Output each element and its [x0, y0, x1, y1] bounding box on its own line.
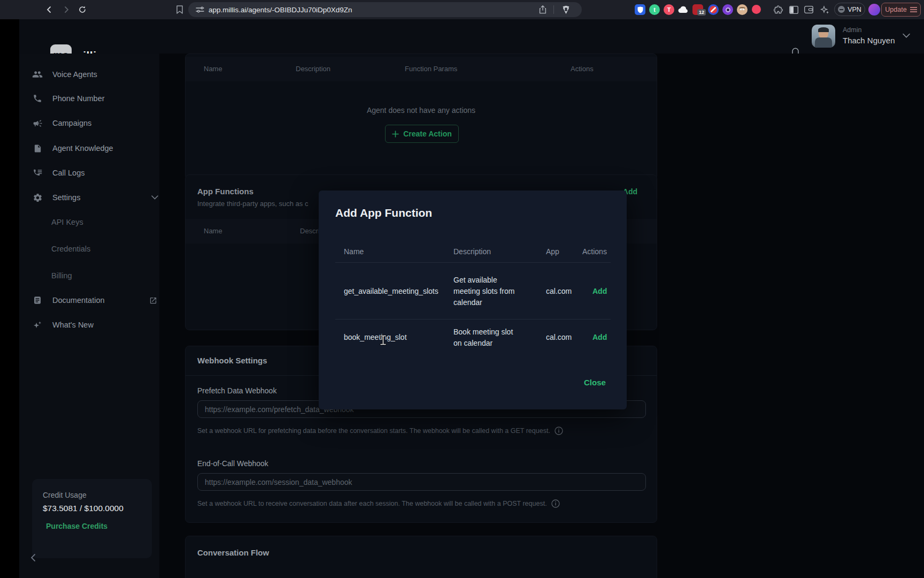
- app-header: ms millis: [19, 19, 924, 54]
- external-link-icon: [149, 296, 157, 305]
- sidebar-item-call-logs[interactable]: Call Logs: [32, 162, 155, 184]
- share-icon[interactable]: [539, 5, 546, 14]
- extensions-puzzle-icon[interactable]: [773, 4, 783, 15]
- extension-badge-count: 12: [697, 9, 706, 16]
- function-app-cell: cal.com: [546, 333, 572, 341]
- conversation-flow-card: Conversation Flow: [185, 536, 657, 578]
- column-header: Name: [204, 65, 222, 73]
- screen: app.millis.ai/agents/-OBIBDJJu70iDp0Xd9Z…: [0, 0, 924, 578]
- cloud-extension-icon[interactable]: [678, 4, 689, 15]
- end-call-webhook-label: End-of-Call Webhook: [197, 459, 268, 468]
- green-t-extension-icon[interactable]: t: [649, 4, 660, 15]
- prefetch-webhook-help: Set a webhook URL for prefetching data b…: [197, 427, 563, 435]
- vpn-label: VPN: [848, 6, 861, 13]
- wallet-icon[interactable]: [803, 4, 814, 15]
- create-action-button[interactable]: Create Action: [385, 125, 459, 143]
- sidebar-item-settings[interactable]: Settings: [32, 187, 155, 208]
- blocker-extension-icon[interactable]: [708, 4, 719, 15]
- vpn-button[interactable]: VPN: [834, 3, 865, 16]
- empty-actions-text: Agent does not have any actions: [186, 106, 657, 115]
- users-icon: [32, 69, 43, 80]
- sidebar-item-credentials[interactable]: Credentials: [32, 238, 155, 260]
- add-function-button[interactable]: Add: [592, 333, 607, 341]
- phone-icon: [32, 93, 43, 104]
- function-app-cell: cal.com: [546, 287, 572, 295]
- column-header: Name: [204, 227, 222, 235]
- close-modal-button[interactable]: Close: [584, 378, 606, 387]
- sidebar-item-label: Voice Agents: [52, 70, 97, 79]
- webhook-settings-title: Webhook Settings: [197, 356, 267, 365]
- modal-column-header: Actions: [582, 247, 607, 256]
- create-action-label: Create Action: [403, 130, 452, 138]
- function-name-cell: get_available_meeting_slots: [344, 287, 438, 295]
- back-icon[interactable]: [43, 3, 56, 16]
- column-header: Function Params: [405, 65, 457, 73]
- sidebar-item-api-keys[interactable]: API Keys: [32, 211, 155, 233]
- mouse-cursor-ibeam: [380, 335, 387, 345]
- vpn-icon: [838, 6, 845, 13]
- sidebar-item-campaigns[interactable]: Campaigns: [32, 112, 155, 134]
- sidebar-collapse-icon[interactable]: [30, 553, 36, 562]
- user-menu-chevron-icon[interactable]: [903, 33, 910, 38]
- menu-icon: [910, 7, 917, 12]
- user-name: Thach Nguyen: [843, 36, 895, 45]
- function-description-cell: Book meeting slot on calendar: [453, 326, 522, 349]
- add-function-button[interactable]: Add: [592, 287, 607, 295]
- plus-icon: [392, 131, 399, 138]
- url-text: app.millis.ai/agents/-OBIBDJJu70iDp0Xd9Z…: [209, 6, 352, 14]
- phone-list-icon: [32, 168, 43, 178]
- sidebar-item-label: API Keys: [51, 218, 83, 226]
- update-label: Update: [885, 6, 906, 13]
- purple-ring-extension-icon[interactable]: [722, 4, 733, 15]
- brave-shield-icon[interactable]: [562, 5, 570, 14]
- sidebar-item-documentation[interactable]: Documentation: [32, 290, 155, 311]
- sidebar-panel-icon[interactable]: [788, 4, 799, 15]
- password-manager-extension-icon[interactable]: [635, 4, 645, 15]
- red-t-extension-icon[interactable]: T: [664, 4, 674, 15]
- gear-icon: [32, 192, 43, 203]
- modal-column-header: Name: [344, 247, 364, 256]
- document-icon: [32, 143, 43, 154]
- modal-column-header: Description: [453, 247, 491, 256]
- conversation-flow-title: Conversation Flow: [197, 548, 269, 557]
- sidebar-item-label: Agent Knowledge: [52, 144, 113, 153]
- divider: [335, 262, 611, 263]
- site-settings-icon[interactable]: [196, 6, 204, 13]
- bookmark-icon[interactable]: [173, 3, 186, 16]
- sidebar-item-agent-knowledge[interactable]: Agent Knowledge: [32, 138, 155, 159]
- agent-actions-card: Name Description Function Params Actions…: [185, 54, 657, 180]
- url-bar[interactable]: app.millis.ai/agents/-OBIBDJJu70iDp0Xd9Z…: [188, 2, 582, 17]
- reload-icon[interactable]: [76, 3, 89, 16]
- user-role: Admin: [843, 26, 861, 34]
- purchase-credits-link[interactable]: Purchase Credits: [46, 522, 107, 530]
- sidebar-item-label: Call Logs: [52, 169, 84, 177]
- sidebar-item-label: Billing: [51, 271, 72, 280]
- update-button[interactable]: Update: [881, 3, 921, 17]
- sidebar-item-phone-number[interactable]: Phone Number: [32, 88, 155, 109]
- sidebar-item-label: Phone Number: [52, 94, 105, 103]
- sidebar-item-billing[interactable]: Billing: [32, 265, 155, 286]
- sidebar-item-label: Settings: [52, 193, 80, 202]
- sidebar-item-label: Credentials: [51, 245, 90, 253]
- credit-usage-title: Credit Usage: [43, 491, 87, 499]
- sidebar-item-voice-agents[interactable]: Voice Agents: [32, 64, 155, 85]
- modal-title: Add App Function: [335, 207, 432, 219]
- app-functions-subtitle: Integrate third-party apps, such as c: [197, 200, 308, 208]
- end-call-webhook-input[interactable]: [197, 473, 646, 491]
- sidebar-item-whats-new[interactable]: What's New: [32, 314, 155, 336]
- info-icon: [555, 427, 563, 435]
- leo-ai-sparkle-icon[interactable]: [819, 4, 830, 15]
- forward-icon[interactable]: [60, 3, 73, 16]
- actions-table-header-row: Name Description Function Params Actions: [186, 57, 657, 81]
- sidebar-item-label: What's New: [52, 321, 94, 329]
- end-call-webhook-help: Set a webhook URL to receive conversatio…: [197, 499, 560, 508]
- avatar-extension-icon[interactable]: [737, 4, 748, 15]
- record-dot-extension-icon[interactable]: [752, 5, 761, 14]
- sidebar-item-label: Documentation: [52, 296, 105, 305]
- megaphone-icon: [32, 118, 43, 128]
- credit-usage-panel: Credit Usage $73.5081 / $100.0000 Purcha…: [32, 479, 152, 558]
- badge-extension-icon[interactable]: 12: [692, 4, 703, 15]
- user-avatar[interactable]: [812, 25, 835, 48]
- column-header: Actions: [571, 65, 594, 73]
- browser-profile-avatar[interactable]: [868, 4, 880, 16]
